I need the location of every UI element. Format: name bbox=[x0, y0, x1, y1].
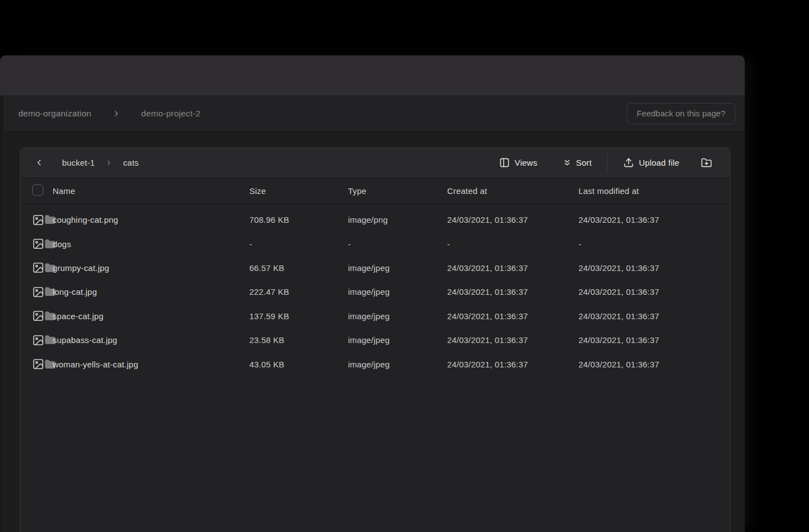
explorer-toolbar: bucket-1 cats Views bbox=[21, 148, 730, 178]
file-name: dogs bbox=[53, 239, 249, 249]
file-type: image/jpeg bbox=[348, 360, 447, 369]
window-left-edge bbox=[0, 95, 4, 532]
table-row[interactable]: long-cat.jpg 222.47 KB image/jpeg 24/03/… bbox=[21, 280, 730, 304]
create-folder-button[interactable] bbox=[695, 153, 718, 173]
image-file-icon bbox=[32, 238, 44, 250]
window-topbar bbox=[0, 55, 745, 95]
breadcrumb-bucket[interactable]: bucket-1 bbox=[62, 158, 95, 167]
panel-columns-icon bbox=[499, 157, 510, 168]
column-header-name: Name bbox=[53, 186, 249, 196]
file-last-modified-at: 24/03/2021, 01:36:37 bbox=[578, 311, 730, 321]
upload-file-button-label: Upload file bbox=[639, 158, 679, 167]
file-name: grumpy-cat.jpg bbox=[53, 263, 249, 273]
toolbar-actions: Views Sort Up bbox=[491, 153, 718, 173]
content-area: bucket-1 cats Views bbox=[0, 132, 745, 532]
bucket-breadcrumb: bucket-1 cats bbox=[62, 158, 139, 167]
folder-plus-icon bbox=[701, 157, 712, 168]
file-last-modified-at: 24/03/2021, 01:36:37 bbox=[578, 360, 730, 369]
file-last-modified-at: - bbox=[578, 239, 730, 249]
file-type: image/jpeg bbox=[348, 335, 447, 345]
file-name: space-cat.jpg bbox=[53, 311, 249, 321]
file-size: - bbox=[249, 239, 348, 249]
page-background: demo-organization demo-project-2 Feedbac… bbox=[0, 0, 809, 532]
image-file-icon bbox=[32, 358, 44, 370]
file-name: long-cat.jpg bbox=[53, 287, 249, 296]
table-row[interactable]: coughing-cat.png 708.96 KB image/png 24/… bbox=[21, 208, 730, 232]
table-header: Name Size Type Created at Last modified … bbox=[21, 178, 730, 204]
file-name: woman-yells-at-cat.jpg bbox=[53, 360, 249, 369]
file-size: 137.59 KB bbox=[249, 311, 348, 321]
column-header-created-at: Created at bbox=[447, 186, 578, 196]
file-name: supabass-cat.jpg bbox=[53, 335, 249, 345]
table-row[interactable]: woman-yells-at-cat.jpg 43.05 KB image/jp… bbox=[21, 352, 730, 376]
image-file-icon bbox=[32, 214, 44, 226]
file-created-at: 24/03/2021, 01:36:37 bbox=[447, 360, 578, 369]
file-last-modified-at: 24/03/2021, 01:36:37 bbox=[578, 335, 730, 345]
sort-button-label: Sort bbox=[576, 158, 592, 167]
table-row[interactable]: supabass-cat.jpg 23.58 KB image/jpeg 24/… bbox=[21, 328, 730, 352]
file-type: - bbox=[348, 239, 447, 249]
back-button[interactable] bbox=[34, 156, 44, 170]
storage-explorer-card: bucket-1 cats Views bbox=[20, 147, 730, 532]
file-last-modified-at: 24/03/2021, 01:36:37 bbox=[578, 287, 730, 296]
breadcrumb-organization[interactable]: demo-organization bbox=[18, 109, 91, 119]
file-name: coughing-cat.png bbox=[53, 215, 249, 224]
upload-file-button[interactable]: Upload file bbox=[615, 153, 688, 173]
file-created-at: - bbox=[447, 239, 578, 249]
column-header-type: Type bbox=[348, 186, 447, 196]
chevrons-down-icon bbox=[563, 158, 571, 167]
file-last-modified-at: 24/03/2021, 01:36:37 bbox=[578, 215, 730, 224]
feedback-button[interactable]: Feedback on this page? bbox=[627, 103, 735, 124]
views-button-label: Views bbox=[515, 158, 537, 167]
file-size: 222.47 KB bbox=[249, 287, 348, 296]
table-body: coughing-cat.png 708.96 KB image/png 24/… bbox=[21, 204, 730, 532]
file-type: image/jpeg bbox=[348, 287, 447, 296]
table-row[interactable]: space-cat.jpg 137.59 KB image/jpeg 24/03… bbox=[21, 304, 730, 328]
table-row[interactable]: dogs - - - - bbox=[21, 232, 730, 255]
chevron-left-icon bbox=[34, 158, 44, 167]
file-size: 66.57 KB bbox=[249, 263, 348, 273]
file-created-at: 24/03/2021, 01:36:37 bbox=[447, 215, 578, 224]
file-size: 43.05 KB bbox=[249, 360, 348, 369]
file-type: image/png bbox=[348, 215, 447, 224]
project-nav-bar: demo-organization demo-project-2 Feedbac… bbox=[0, 95, 745, 132]
image-file-icon bbox=[32, 310, 44, 322]
breadcrumb: demo-organization demo-project-2 bbox=[18, 109, 201, 119]
file-type: image/jpeg bbox=[348, 311, 447, 321]
file-type: image/jpeg bbox=[348, 263, 447, 273]
table-row[interactable]: grumpy-cat.jpg 66.57 KB image/jpeg 24/03… bbox=[21, 256, 730, 280]
column-header-last-modified-at: Last modified at bbox=[578, 186, 730, 196]
sort-button[interactable]: Sort bbox=[555, 153, 600, 173]
upload-icon bbox=[623, 157, 634, 168]
chevron-right-icon bbox=[105, 159, 112, 166]
chevron-right-icon bbox=[112, 109, 121, 118]
breadcrumb-project[interactable]: demo-project-2 bbox=[141, 109, 201, 119]
toolbar-divider bbox=[607, 154, 608, 172]
image-file-icon bbox=[32, 334, 44, 346]
image-file-icon bbox=[32, 262, 44, 274]
file-size: 23.58 KB bbox=[249, 335, 348, 345]
app-window: demo-organization demo-project-2 Feedbac… bbox=[0, 55, 745, 532]
file-size: 708.96 KB bbox=[249, 215, 348, 224]
file-created-at: 24/03/2021, 01:36:37 bbox=[447, 263, 578, 273]
breadcrumb-folder[interactable]: cats bbox=[123, 158, 139, 167]
file-last-modified-at: 24/03/2021, 01:36:37 bbox=[578, 263, 730, 273]
select-all-checkbox[interactable] bbox=[32, 185, 43, 196]
file-created-at: 24/03/2021, 01:36:37 bbox=[447, 335, 578, 345]
file-created-at: 24/03/2021, 01:36:37 bbox=[447, 287, 578, 296]
image-file-icon bbox=[32, 286, 44, 298]
column-header-size: Size bbox=[249, 186, 348, 196]
file-created-at: 24/03/2021, 01:36:37 bbox=[447, 311, 578, 321]
views-button[interactable]: Views bbox=[491, 153, 546, 173]
